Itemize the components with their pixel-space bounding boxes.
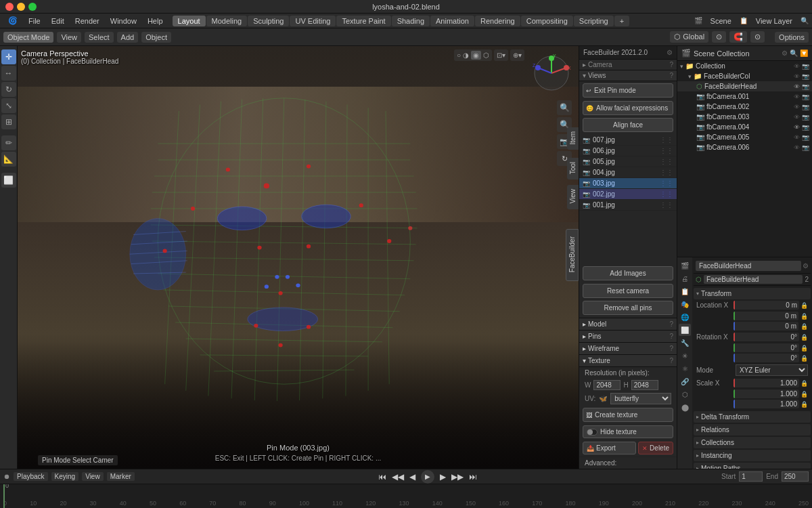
tree-item-fbcamera005[interactable]: 📷 fbCamera.005 👁 📷 [677, 132, 812, 142]
tree-render-collection[interactable]: 📷 [802, 63, 809, 70]
viewport[interactable]: X Y Z ○ ◑ ◉ ⬡ [18, 46, 579, 469]
prop-icon-scene[interactable]: 🎭 [679, 298, 691, 310]
drag-handle-006[interactable]: ⋮⋮ [660, 147, 673, 154]
workspace-scripting[interactable]: Scripting [574, 16, 614, 26]
drag-handle-003[interactable]: ⋮⋮ [660, 179, 673, 187]
location-z-value[interactable]: 0 m [734, 322, 798, 331]
tree-vis-facebuilderhead[interactable]: 👁 [794, 83, 800, 90]
texture-section-header[interactable]: ▾ Texture ? [579, 355, 677, 367]
prop-icon-object[interactable]: ⬜ [679, 324, 691, 336]
tree-vis-fbcamera004[interactable]: 👁 [794, 124, 800, 131]
zoom-in-btn[interactable]: 🔍 [557, 100, 572, 115]
start-frame-input[interactable] [739, 471, 763, 482]
prop-icon-data[interactable]: ⬡ [679, 388, 691, 400]
sc-filter-btn[interactable]: 🔽 [800, 49, 808, 57]
tree-vis-fbcamera005[interactable]: 👁 [794, 134, 800, 141]
image-item-002[interactable]: 📷 002.jpg ⋮⋮ [579, 189, 677, 200]
workspace-layout[interactable]: Layout [173, 16, 206, 26]
location-y-value[interactable]: 0 m [734, 312, 798, 320]
prev-keyframe-btn[interactable]: ◀◀ [392, 472, 404, 482]
object-menu[interactable]: Object [141, 32, 171, 43]
view-menu[interactable]: View [57, 32, 81, 43]
delete-button[interactable]: ✕ Delete [638, 442, 673, 454]
tree-render-facebuilderhead[interactable]: 📷 [802, 83, 809, 90]
sc-options-btn[interactable]: ⚙ [782, 49, 788, 57]
menu-window[interactable]: Window [106, 16, 141, 26]
tool-cursor[interactable]: ✛ [1, 49, 16, 64]
workspace-animation[interactable]: Animation [430, 16, 474, 26]
add-menu[interactable]: Add [117, 32, 139, 43]
jump-end-btn[interactable]: ⏭ [469, 472, 477, 482]
tree-item-fbcamera001[interactable]: 📷 fbCamera.001 👁 📷 [677, 91, 812, 102]
object-name-field[interactable]: FaceBuilderHead [696, 261, 801, 271]
workspace-sculpting[interactable]: Sculpting [248, 16, 289, 26]
menu-help[interactable]: Help [143, 16, 168, 26]
sidebar-toggle-view[interactable]: View [567, 185, 579, 209]
tree-item-fbcamera002[interactable]: 📷 fbCamera.002 👁 📷 [677, 102, 812, 112]
export-button[interactable]: 📤 Export [583, 442, 636, 454]
tool-measure[interactable]: 📐 [1, 152, 16, 167]
tree-render-fbcamera002[interactable]: 📷 [802, 104, 809, 110]
close-button[interactable] [5, 3, 14, 11]
lock-x-icon[interactable]: 🔒 [800, 302, 808, 309]
tree-vis-fbcamera001[interactable]: 👁 [794, 93, 800, 100]
viewport-overlay-dropdown[interactable]: ▾ [502, 51, 505, 59]
workspace-rendering[interactable]: Rendering [475, 16, 520, 26]
rotation-y-value[interactable]: 0° [734, 343, 799, 352]
add-images-button[interactable]: Add Images [583, 266, 673, 280]
tool-add-cube[interactable]: ⬜ [1, 173, 16, 188]
motion-paths-header[interactable]: ▸ Motion Paths [694, 463, 811, 469]
tool-rotate[interactable]: ↻ [1, 82, 16, 97]
tree-item-facebuilderhead[interactable]: ⬡ FaceBuilderHead 👁 📷 [677, 81, 812, 91]
create-texture-button[interactable]: 🖼 Create texture [583, 408, 673, 422]
options-btn[interactable]: Options [775, 32, 809, 43]
next-keyframe-btn[interactable]: ▶▶ [451, 472, 464, 482]
tree-vis-fbcamera003[interactable]: 👁 [794, 114, 800, 121]
nav-gizmo[interactable]: X Y Z [531, 53, 572, 93]
tool-transform[interactable]: ⊞ [1, 114, 16, 129]
view-menu-tl[interactable]: View [82, 472, 104, 481]
prop-icon-view-layer[interactable]: 📋 [679, 285, 691, 297]
uv-select[interactable]: butterfly [610, 393, 671, 404]
wireframe-help[interactable]: ? [669, 345, 673, 352]
viewport-shading-material[interactable]: ◑ [463, 51, 469, 59]
prop-icon-particles[interactable]: ✳ [679, 350, 691, 362]
tree-vis-facebuildercol[interactable]: 👁 [794, 73, 800, 80]
allow-facial-button[interactable]: 😊 Allow facial expressions [583, 101, 673, 115]
tool-annotate[interactable]: ✏ [1, 135, 16, 150]
next-frame-btn[interactable]: ▶ [440, 472, 446, 482]
drag-handle-007[interactable]: ⋮⋮ [660, 136, 673, 144]
prop-icon-render[interactable]: 🎬 [679, 259, 691, 272]
lock-sy-icon[interactable]: 🔒 [800, 391, 808, 398]
prop-icon-world[interactable]: 🌐 [679, 311, 691, 323]
prop-icon-material[interactable]: ⬤ [679, 401, 691, 413]
proportional-edit[interactable]: ⊙ [750, 31, 765, 43]
select-menu[interactable]: Select [85, 32, 114, 43]
model-help[interactable]: ? [669, 320, 673, 328]
lock-sz-icon[interactable]: 🔒 [800, 401, 808, 408]
jump-start-btn[interactable]: ⏮ [378, 472, 386, 482]
tree-render-fbcamera005[interactable]: 📷 [802, 134, 809, 141]
instancing-header[interactable]: ▸ Instancing [694, 450, 811, 461]
scale-y-value[interactable]: 1.000 [734, 389, 799, 398]
prop-icon-modifiers[interactable]: 🔧 [679, 337, 691, 349]
workspace-add[interactable]: + [614, 16, 629, 26]
workspace-texture-paint[interactable]: Texture Paint [336, 16, 390, 26]
image-item-006[interactable]: 📷 006.jpg ⋮⋮ [579, 146, 677, 156]
lock-rx-icon[interactable]: 🔒 [800, 334, 808, 341]
view-layer-selector[interactable]: View Layer [751, 16, 797, 26]
workspace-modeling[interactable]: Modeling [206, 16, 248, 26]
sidebar-toggle-facebuilder[interactable]: FaceBuilder [566, 229, 579, 281]
tree-vis-fbcamera006[interactable]: 👁 [794, 144, 800, 151]
search-icon[interactable]: 🔍 [800, 17, 809, 24]
tree-render-fbcamera001[interactable]: 📷 [802, 93, 809, 100]
marker-menu[interactable]: Marker [107, 472, 135, 481]
exit-pin-button[interactable]: ↩ Exit Pin mode [583, 83, 673, 98]
scene-selector[interactable]: Scene [706, 16, 736, 26]
menu-blender[interactable]: 🌀 [3, 15, 22, 26]
collections-header[interactable]: ▸ Collections [694, 437, 811, 448]
image-item-007[interactable]: 📷 007.jpg ⋮⋮ [579, 135, 677, 146]
drag-handle-002[interactable]: ⋮⋮ [660, 190, 673, 198]
workspace-shading[interactable]: Shading [392, 16, 430, 26]
image-item-005[interactable]: 📷 005.jpg ⋮⋮ [579, 156, 677, 167]
